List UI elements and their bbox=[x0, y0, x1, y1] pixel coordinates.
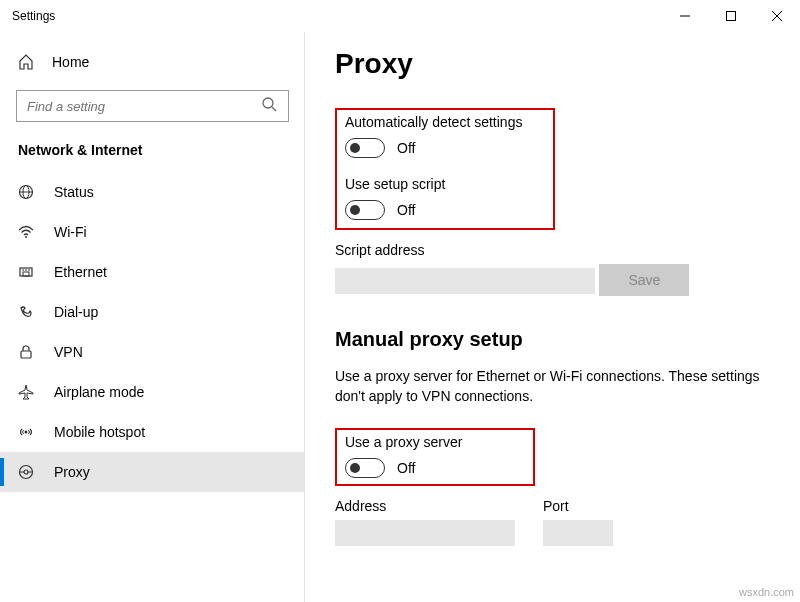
auto-detect-toggle[interactable] bbox=[345, 138, 385, 158]
page-title: Proxy bbox=[335, 48, 766, 80]
sidebar-item-label: Airplane mode bbox=[54, 384, 144, 400]
main-content: Proxy Automatically detect settings Off … bbox=[305, 32, 800, 602]
window-controls bbox=[662, 0, 800, 32]
svg-point-18 bbox=[24, 470, 28, 474]
svg-point-9 bbox=[25, 236, 27, 238]
window-title: Settings bbox=[12, 9, 55, 23]
port-input[interactable] bbox=[543, 520, 613, 546]
use-proxy-label: Use a proxy server bbox=[345, 434, 523, 450]
auto-detect-label: Automatically detect settings bbox=[345, 114, 543, 130]
sidebar-item-label: Proxy bbox=[54, 464, 90, 480]
sidebar-item-status[interactable]: Status bbox=[0, 172, 305, 212]
svg-rect-1 bbox=[727, 12, 736, 21]
save-button[interactable]: Save bbox=[599, 264, 689, 296]
hotspot-icon bbox=[18, 424, 36, 440]
address-input[interactable] bbox=[335, 520, 515, 546]
use-proxy-state: Off bbox=[397, 460, 415, 476]
ethernet-icon bbox=[18, 264, 36, 280]
highlight-box-auto: Automatically detect settings Off Use se… bbox=[335, 108, 555, 230]
home-nav[interactable]: Home bbox=[0, 44, 305, 80]
divider bbox=[304, 32, 305, 602]
sidebar-item-label: Status bbox=[54, 184, 94, 200]
search-input[interactable] bbox=[16, 90, 289, 122]
manual-section-title: Manual proxy setup bbox=[335, 328, 766, 351]
script-address-label: Script address bbox=[335, 242, 766, 258]
auto-detect-state: Off bbox=[397, 140, 415, 156]
manual-description: Use a proxy server for Ethernet or Wi-Fi… bbox=[335, 367, 766, 406]
sidebar-item-wifi[interactable]: Wi-Fi bbox=[0, 212, 305, 252]
setup-script-toggle[interactable] bbox=[345, 200, 385, 220]
sidebar-item-label: Ethernet bbox=[54, 264, 107, 280]
minimize-button[interactable] bbox=[662, 0, 708, 32]
sidebar-item-label: VPN bbox=[54, 344, 83, 360]
close-button[interactable] bbox=[754, 0, 800, 32]
home-label: Home bbox=[52, 54, 89, 70]
sidebar-item-proxy[interactable]: Proxy bbox=[0, 452, 305, 492]
sidebar-item-label: Dial-up bbox=[54, 304, 98, 320]
sidebar: Home Network & Internet Status Wi-Fi E bbox=[0, 32, 305, 602]
sidebar-item-airplane[interactable]: Airplane mode bbox=[0, 372, 305, 412]
dialup-icon bbox=[18, 304, 36, 320]
airplane-icon bbox=[18, 384, 36, 400]
setup-script-label: Use setup script bbox=[345, 176, 543, 192]
search-icon bbox=[261, 96, 279, 118]
watermark: wsxdn.com bbox=[739, 586, 794, 598]
svg-point-16 bbox=[25, 431, 28, 434]
sidebar-item-dialup[interactable]: Dial-up bbox=[0, 292, 305, 332]
minimize-icon bbox=[680, 11, 690, 21]
vpn-icon bbox=[18, 344, 36, 360]
setup-script-state: Off bbox=[397, 202, 415, 218]
use-proxy-toggle[interactable] bbox=[345, 458, 385, 478]
address-label: Address bbox=[335, 498, 515, 514]
close-icon bbox=[772, 11, 782, 21]
proxy-icon bbox=[18, 464, 36, 480]
maximize-button[interactable] bbox=[708, 0, 754, 32]
svg-rect-11 bbox=[23, 272, 29, 276]
titlebar: Settings bbox=[0, 0, 800, 32]
sidebar-item-label: Mobile hotspot bbox=[54, 424, 145, 440]
maximize-icon bbox=[726, 11, 736, 21]
globe-icon bbox=[18, 184, 36, 200]
highlight-box-manual: Use a proxy server Off bbox=[335, 428, 535, 486]
category-label: Network & Internet bbox=[0, 142, 305, 172]
port-label: Port bbox=[543, 498, 613, 514]
sidebar-item-vpn[interactable]: VPN bbox=[0, 332, 305, 372]
sidebar-item-ethernet[interactable]: Ethernet bbox=[0, 252, 305, 292]
svg-line-5 bbox=[272, 107, 276, 111]
home-icon bbox=[18, 54, 36, 70]
svg-rect-15 bbox=[21, 351, 31, 358]
script-address-input[interactable] bbox=[335, 268, 595, 294]
sidebar-item-hotspot[interactable]: Mobile hotspot bbox=[0, 412, 305, 452]
wifi-icon bbox=[18, 224, 36, 240]
svg-point-4 bbox=[263, 98, 273, 108]
sidebar-item-label: Wi-Fi bbox=[54, 224, 87, 240]
